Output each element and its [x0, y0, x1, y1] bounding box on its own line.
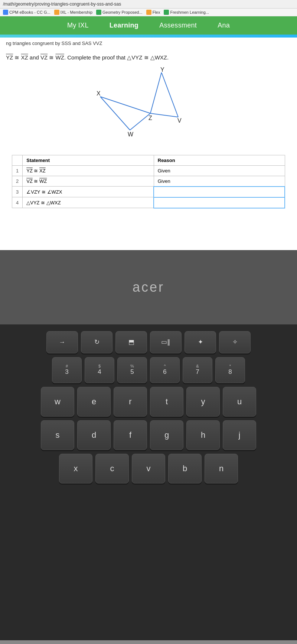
key-brightness-down[interactable]: ✦: [185, 331, 216, 353]
reason-1: Given: [154, 165, 285, 176]
svg-line-2: [130, 113, 150, 130]
nav-bar: My IXL Learning Assessment Ana: [0, 16, 297, 35]
table-row: 4 △VYZ ≅ △WXZ: [12, 197, 285, 208]
col-header-reason: Reason: [154, 155, 285, 165]
col-header-statement: Statement: [23, 155, 154, 165]
key-x[interactable]: x: [59, 454, 92, 483]
nav-ana[interactable]: Ana: [207, 16, 240, 35]
proof-table: Statement Reason 1 YZ ≅ XZ Given 2: [12, 155, 285, 208]
reason-input-4[interactable]: [154, 197, 285, 208]
svg-text:W: W: [128, 131, 134, 137]
problem-content: YZ ≅ XZ and VZ ≅ WZ. Complete the proof …: [0, 49, 297, 208]
acer-logo: acer: [133, 279, 164, 295]
reason-input-3[interactable]: [154, 187, 285, 197]
bookmark-4[interactable]: Flex: [146, 10, 160, 15]
key-s[interactable]: s: [41, 420, 74, 450]
key-t[interactable]: t: [150, 387, 183, 417]
accent-bar: [0, 35, 297, 38]
bookmarks-bar: CPM eBooks - CC G... IXL - Membership Ge…: [0, 9, 297, 16]
key-y[interactable]: y: [186, 387, 220, 417]
key-w[interactable]: w: [41, 387, 74, 417]
row-num-2: 2: [12, 176, 23, 187]
statement-1: YZ ≅ XZ: [23, 165, 154, 176]
key-4[interactable]: $ 4: [85, 357, 114, 383]
key-g[interactable]: g: [150, 420, 183, 450]
svg-line-5: [150, 113, 178, 117]
row-num-3: 3: [12, 187, 23, 197]
keyboard-area: → ↻ ⬒ ▭‖ ✦ ✧ # 3 $ 4 % 5 ^: [0, 324, 297, 640]
nav-my-ixl[interactable]: My IXL: [57, 16, 99, 35]
svg-text:Z: Z: [148, 115, 152, 121]
key-c[interactable]: c: [95, 454, 129, 483]
bookmark-3[interactable]: Geometry Proposed...: [96, 10, 143, 15]
bookmark-1[interactable]: CPM eBooks - CC G...: [3, 10, 50, 15]
key-5[interactable]: % 5: [117, 357, 147, 383]
content-area: ng triangles congruent by SSS and SAS VV…: [0, 35, 297, 250]
row-num-4: 4: [12, 197, 23, 208]
bookmark-icon-3: [96, 10, 101, 15]
key-v[interactable]: v: [132, 454, 165, 483]
bookmark-icon-4: [146, 10, 151, 15]
bookmark-icon-2: [54, 10, 59, 15]
key-6[interactable]: ^ 6: [150, 357, 180, 383]
bookmark-icon-5: [164, 10, 169, 15]
triangle-diagram: X Y Z V W: [6, 65, 291, 151]
key-n[interactable]: n: [205, 454, 238, 483]
key-j[interactable]: j: [223, 420, 256, 450]
key-8[interactable]: * 8: [215, 357, 245, 383]
key-brightness-up[interactable]: ✧: [219, 331, 251, 353]
table-row: 1 YZ ≅ XZ Given: [12, 165, 285, 176]
statement-3: ∠VZY ≅ ∠WZX: [23, 187, 154, 197]
key-h[interactable]: h: [186, 420, 220, 450]
table-row: 2 VZ ≅ WZ Given: [12, 176, 285, 187]
nav-learning[interactable]: Learning: [99, 16, 149, 35]
key-f[interactable]: f: [114, 420, 147, 450]
key-row-xcvbn: x c v b n: [0, 454, 297, 483]
statement-4: △VYZ ≅ △WXZ: [23, 197, 154, 208]
row-num-1: 1: [12, 165, 23, 176]
key-b[interactable]: b: [168, 454, 202, 483]
key-row-werty: w e r t y u: [0, 387, 297, 417]
key-7[interactable]: & 7: [183, 357, 212, 383]
problem-breadcrumb: ng triangles congruent by SSS and SAS VV…: [0, 38, 297, 49]
key-e[interactable]: e: [77, 387, 111, 417]
key-refresh[interactable]: ↻: [81, 331, 112, 353]
key-d[interactable]: d: [77, 420, 111, 450]
bookmark-2[interactable]: IXL - Membership: [54, 10, 92, 15]
svg-text:X: X: [97, 90, 101, 97]
key-row-numbers: # 3 $ 4 % 5 ^ 6 & 7 * 8: [0, 357, 297, 383]
statement-2: VZ ≅ WZ: [23, 176, 154, 187]
reason-text-input-4[interactable]: [158, 200, 281, 206]
problem-statement: YZ ≅ XZ and VZ ≅ WZ. Complete the proof …: [6, 54, 291, 62]
col-header-num: [12, 155, 23, 165]
bookmark-icon-1: [3, 10, 8, 15]
key-row-sdfg: s d f g h j: [0, 420, 297, 450]
key-arrow-right[interactable]: →: [46, 331, 78, 353]
svg-text:V: V: [177, 117, 182, 124]
triangle-svg: X Y Z V W: [89, 65, 208, 151]
reason-text-input-3[interactable]: [158, 189, 281, 195]
key-row-fn: → ↻ ⬒ ▭‖ ✦ ✧: [0, 331, 297, 353]
laptop-bezel: acer: [0, 250, 297, 324]
svg-text:Y: Y: [160, 67, 164, 73]
key-windows[interactable]: ▭‖: [150, 331, 182, 353]
key-u[interactable]: u: [223, 387, 256, 417]
key-fullscreen[interactable]: ⬒: [115, 331, 147, 353]
svg-line-4: [161, 72, 178, 117]
table-row: 3 ∠VZY ≅ ∠WZX: [12, 187, 285, 197]
svg-line-3: [150, 72, 161, 113]
reason-2: Given: [154, 176, 285, 187]
url-bar: /math/geometry/proving-triangles-congrue…: [0, 0, 297, 9]
key-r[interactable]: r: [114, 387, 147, 417]
key-3[interactable]: # 3: [52, 357, 82, 383]
nav-assessment[interactable]: Assessment: [149, 16, 207, 35]
bookmark-5[interactable]: Freshmen Learning...: [164, 10, 209, 15]
